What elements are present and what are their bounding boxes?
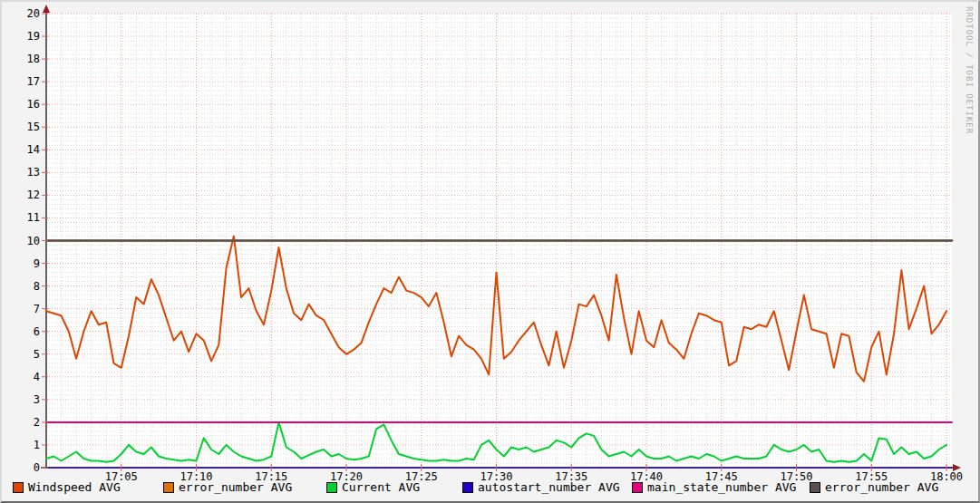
svg-text:6: 6 <box>34 325 40 338</box>
svg-text:11: 11 <box>27 211 40 224</box>
svg-text:17:30: 17:30 <box>480 470 512 483</box>
svg-text:4: 4 <box>34 371 40 383</box>
watermark-text: RRDTOOL / TOBI OETIKER <box>965 6 974 134</box>
svg-text:17: 17 <box>27 75 40 88</box>
svg-text:8: 8 <box>34 280 40 293</box>
svg-text:19: 19 <box>27 30 40 43</box>
svg-text:17:05: 17:05 <box>105 470 138 483</box>
svg-text:1: 1 <box>34 439 40 451</box>
rrdtool-graph: 0123456789101112131415161718192017:0517:… <box>0 0 980 503</box>
svg-text:18: 18 <box>27 53 40 65</box>
svg-text:17:45: 17:45 <box>705 470 738 483</box>
svg-text:7: 7 <box>34 303 40 315</box>
svg-text:17:15: 17:15 <box>255 470 287 483</box>
svg-text:17:10: 17:10 <box>180 470 212 483</box>
svg-text:17:55: 17:55 <box>855 470 888 483</box>
svg-text:12: 12 <box>27 189 40 201</box>
svg-text:15: 15 <box>27 121 40 133</box>
svg-text:2: 2 <box>34 416 40 429</box>
svg-text:17:20: 17:20 <box>330 470 363 483</box>
svg-text:17:50: 17:50 <box>780 470 812 483</box>
svg-text:17:35: 17:35 <box>555 470 587 483</box>
svg-text:16: 16 <box>27 98 40 111</box>
svg-text:17:40: 17:40 <box>630 470 663 483</box>
svg-text:9: 9 <box>34 257 40 270</box>
svg-text:10: 10 <box>27 235 40 247</box>
svg-text:3: 3 <box>34 393 40 406</box>
svg-text:17:25: 17:25 <box>405 470 438 483</box>
svg-text:14: 14 <box>27 143 40 156</box>
svg-text:13: 13 <box>27 166 40 179</box>
svg-text:5: 5 <box>34 348 40 361</box>
chart-canvas: 0123456789101112131415161718192017:0517:… <box>0 0 980 503</box>
svg-text:18:00: 18:00 <box>930 470 963 483</box>
svg-text:0: 0 <box>34 461 40 474</box>
svg-text:20: 20 <box>27 7 40 20</box>
graph-surface: 0123456789101112131415161718192017:0517:… <box>0 0 980 503</box>
